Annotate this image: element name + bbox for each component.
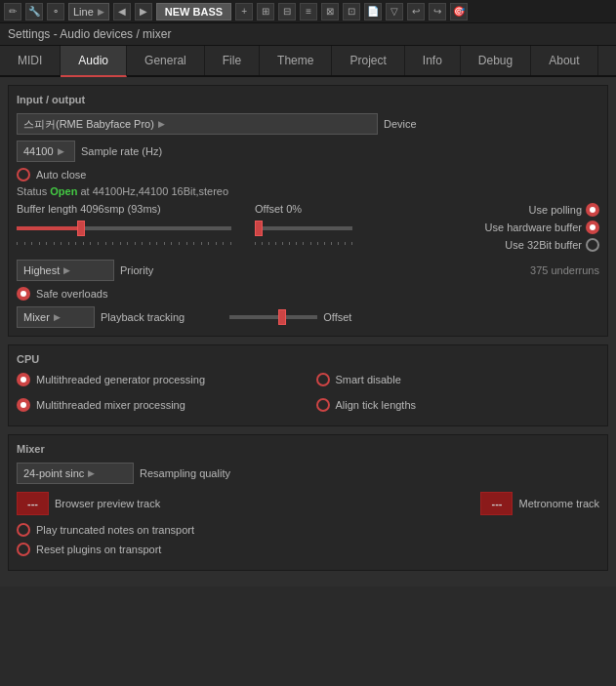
multithreaded-mixer-row: Multithreaded mixer processing: [17, 398, 301, 412]
tab-theme[interactable]: Theme: [260, 46, 332, 75]
resampling-dropdown[interactable]: 24-point sinc ▶: [17, 463, 134, 484]
toolbar-icon-c[interactable]: ≡: [300, 3, 317, 20]
offset-slider-track[interactable]: [255, 219, 352, 238]
mixer-section: Mixer 24-point sinc ▶ Resampling quality…: [8, 434, 608, 571]
smart-disable-row: Smart disable: [316, 373, 600, 386]
status-value: Open: [50, 185, 77, 197]
status-row: Status Open at 44100Hz,44100 16Bit,stere…: [17, 185, 599, 197]
buffer-tick-marks: [17, 242, 231, 245]
playback-tracking-label: Playback tracking: [101, 311, 185, 323]
cpu-title: CPU: [17, 353, 599, 365]
play-truncated-row: Play truncated notes on transport: [17, 523, 599, 537]
content-area: Input / output 스피커(RME Babyface Pro) ▶ D…: [0, 77, 616, 586]
use-polling-label: Use polling: [529, 204, 582, 216]
buffer-slider-container: Buffer length 4096smp (93ms): [17, 203, 231, 245]
multithreaded-mixer-radio[interactable]: [17, 398, 30, 412]
tab-midi[interactable]: MIDI: [0, 46, 61, 75]
use-32bit-buffer-toggle[interactable]: [586, 238, 599, 252]
priority-dropdown-arrow: ▶: [63, 265, 70, 275]
device-row: 스피커(RME Babyface Pro) ▶ Device: [17, 113, 599, 135]
toolbar-icon-stamp[interactable]: 🔧: [25, 3, 43, 20]
status-detail: at 44100Hz,44100 16Bit,stereo: [80, 185, 228, 197]
safe-overloads-radio[interactable]: [17, 287, 30, 301]
multithreaded-generator-label: Multithreaded generator processing: [36, 374, 205, 385]
priority-dropdown[interactable]: Highest ▶: [17, 260, 114, 281]
browser-preview-button[interactable]: ---: [17, 492, 49, 515]
device-dropdown-arrow: ▶: [158, 119, 165, 129]
priority-dropdown-label: Highest: [23, 264, 60, 276]
buffer-slider-track[interactable]: [17, 219, 231, 238]
tab-file[interactable]: File: [205, 46, 260, 75]
toolbar-icon-pencil[interactable]: ✏: [4, 3, 21, 20]
toolbar-icon-plus[interactable]: +: [235, 3, 253, 20]
safe-overloads-label: Safe overloads: [36, 288, 107, 300]
playback-dropdown-label: Mixer: [23, 311, 50, 323]
toolbar-icon-d[interactable]: ⊠: [321, 3, 339, 20]
playback-dropdown-arrow: ▶: [54, 312, 61, 322]
tab-project[interactable]: Project: [332, 46, 404, 75]
use-polling-toggle[interactable]: [586, 203, 599, 217]
auto-close-label: Auto close: [36, 169, 86, 181]
priority-label: Priority: [120, 264, 153, 276]
resampling-dropdown-label: 24-point sinc: [23, 467, 84, 479]
track-buttons-row: --- Browser preview track --- Metronome …: [17, 492, 599, 515]
use-hardware-buffer-label: Use hardware buffer: [485, 222, 582, 233]
input-output-section: Input / output 스피커(RME Babyface Pro) ▶ D…: [8, 85, 608, 337]
sample-rate-dropdown[interactable]: 44100 ▶: [17, 141, 75, 162]
offset-slider-container: Offset 0%: [255, 203, 352, 245]
play-truncated-label: Play truncated notes on transport: [36, 524, 194, 536]
toolbar-icon-f[interactable]: 📄: [364, 3, 382, 20]
toolbar-icon-g[interactable]: ▽: [386, 3, 403, 20]
device-label: Device: [384, 118, 417, 130]
browser-preview-container: --- Browser preview track: [17, 492, 160, 515]
auto-close-row: Auto close: [17, 168, 599, 182]
reset-plugins-radio[interactable]: [17, 543, 30, 556]
toolbar-icon-e[interactable]: ⊡: [343, 3, 360, 20]
tab-debug[interactable]: Debug: [461, 46, 531, 75]
toolbar-icon-i[interactable]: ↪: [429, 3, 446, 20]
auto-close-radio[interactable]: [17, 168, 30, 182]
align-tick-lengths-row: Align tick lengths: [316, 398, 600, 412]
tab-general[interactable]: General: [127, 46, 205, 75]
device-dropdown[interactable]: 스피커(RME Babyface Pro) ▶: [17, 113, 378, 135]
playback-dropdown[interactable]: Mixer ▶: [17, 306, 95, 328]
use-hardware-buffer-toggle[interactable]: [586, 221, 599, 234]
cpu-right: Smart disable Align tick lengths: [316, 373, 600, 418]
multithreaded-generator-radio[interactable]: [17, 373, 30, 386]
toolbar-type-label: Line: [73, 6, 94, 18]
align-tick-lengths-label: Align tick lengths: [336, 399, 417, 411]
buffer-length-label: Buffer length 4096smp (93ms): [17, 203, 231, 215]
tab-about[interactable]: About: [531, 46, 597, 75]
resampling-row: 24-point sinc ▶ Resampling quality: [17, 463, 599, 484]
sample-rate-arrow: ▶: [58, 146, 64, 156]
playback-offset-slider[interactable]: [229, 307, 317, 327]
metronome-btn-label: ---: [491, 498, 502, 509]
toolbar-type-dropdown[interactable]: Line ▶: [68, 3, 109, 20]
toolbar-icon-h[interactable]: ↩: [407, 3, 425, 20]
reset-plugins-row: Reset plugins on transport: [17, 543, 599, 556]
cpu-options: Multithreaded generator processing Multi…: [17, 373, 599, 418]
toolbar-icon-j[interactable]: 🎯: [450, 3, 468, 20]
align-tick-lengths-radio[interactable]: [316, 398, 330, 412]
tab-info[interactable]: Info: [405, 46, 461, 75]
playback-offset-label: Offset: [323, 311, 351, 323]
toolbar-icon-a[interactable]: ⊞: [257, 3, 274, 20]
metronome-label: Metronome track: [518, 498, 599, 509]
multithreaded-mixer-label: Multithreaded mixer processing: [36, 399, 185, 411]
play-truncated-radio[interactable]: [17, 523, 30, 537]
right-toggles: Use polling Use hardware buffer Use 32Bi…: [485, 203, 599, 252]
toolbar-icon-b[interactable]: ⊟: [278, 3, 296, 20]
tab-bar: MIDI Audio General File Theme Project In…: [0, 46, 616, 77]
use-hardware-buffer-row: Use hardware buffer: [485, 221, 599, 234]
toolbar: ✏ 🔧 ⚬ Line ▶ ◀ ▶ NEW BASS + ⊞ ⊟ ≡ ⊠ ⊡ 📄 …: [0, 0, 616, 23]
toolbar-icon-right[interactable]: ▶: [135, 3, 152, 20]
tab-audio[interactable]: Audio: [61, 46, 127, 77]
smart-disable-radio[interactable]: [316, 373, 330, 386]
metronome-button[interactable]: ---: [480, 492, 513, 515]
multithreaded-generator-row: Multithreaded generator processing: [17, 373, 301, 386]
project-name-label[interactable]: NEW BASS: [156, 3, 231, 20]
offset-label: Offset 0%: [255, 203, 352, 215]
toolbar-icon-left[interactable]: ◀: [113, 3, 131, 20]
playback-tracking-row: Mixer ▶ Playback tracking Offset: [17, 306, 599, 328]
toolbar-icon-eraser[interactable]: ⚬: [47, 3, 64, 20]
